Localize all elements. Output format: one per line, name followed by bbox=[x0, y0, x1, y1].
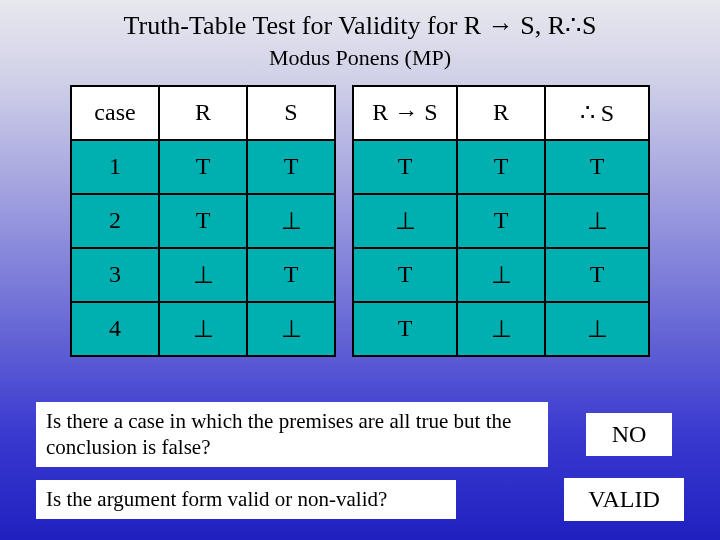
table-row: 2 T ⊥ ⊥ T ⊥ bbox=[71, 194, 649, 248]
cell: T bbox=[247, 140, 335, 194]
cell: ⊥ bbox=[159, 248, 247, 302]
answer-1-text: NO bbox=[586, 413, 672, 456]
answer-2-text: VALID bbox=[564, 478, 684, 521]
slide-title: Truth-Table Test for Validity for R → S,… bbox=[0, 0, 720, 41]
truth-table: case R S R → S R ∴ S 1 T T T T T 2 T ⊥ bbox=[70, 85, 650, 357]
col-header-r: R bbox=[159, 86, 247, 140]
cell: T bbox=[247, 248, 335, 302]
cell: ⊥ bbox=[545, 194, 649, 248]
table-gap bbox=[335, 86, 353, 140]
cell: ⊥ bbox=[457, 302, 545, 356]
table-gap bbox=[335, 194, 353, 248]
table-row: 4 ⊥ ⊥ T ⊥ ⊥ bbox=[71, 302, 649, 356]
col-header-r-implies-s: R → S bbox=[353, 86, 457, 140]
question-2-text: Is the argument form valid or non-valid? bbox=[36, 480, 456, 518]
cell-case: 1 bbox=[71, 140, 159, 194]
cell: T bbox=[545, 248, 649, 302]
table-gap bbox=[335, 140, 353, 194]
question-row-2: Is the argument form valid or non-valid?… bbox=[36, 478, 684, 521]
table-row: 1 T T T T T bbox=[71, 140, 649, 194]
cell: T bbox=[159, 140, 247, 194]
question-row-1: Is there a case in which the premises ar… bbox=[36, 402, 672, 467]
cell: ⊥ bbox=[457, 248, 545, 302]
cell: ⊥ bbox=[159, 302, 247, 356]
col-header-case: case bbox=[71, 86, 159, 140]
cell: T bbox=[353, 140, 457, 194]
table-gap bbox=[335, 248, 353, 302]
col-header-r2: R bbox=[457, 86, 545, 140]
cell: T bbox=[545, 140, 649, 194]
table-row: 3 ⊥ T T ⊥ T bbox=[71, 248, 649, 302]
cell: T bbox=[457, 140, 545, 194]
cell-case: 2 bbox=[71, 194, 159, 248]
cell: ⊥ bbox=[545, 302, 649, 356]
cell: ⊥ bbox=[247, 194, 335, 248]
cell-case: 4 bbox=[71, 302, 159, 356]
cell: ⊥ bbox=[353, 194, 457, 248]
table-header-row: case R S R → S R ∴ S bbox=[71, 86, 649, 140]
cell-case: 3 bbox=[71, 248, 159, 302]
col-header-therefore-s: ∴ S bbox=[545, 86, 649, 140]
cell: T bbox=[457, 194, 545, 248]
cell: T bbox=[159, 194, 247, 248]
cell: T bbox=[353, 248, 457, 302]
cell: ⊥ bbox=[247, 302, 335, 356]
cell: T bbox=[353, 302, 457, 356]
slide-subtitle: Modus Ponens (MP) bbox=[0, 45, 720, 71]
question-1-text: Is there a case in which the premises ar… bbox=[36, 402, 548, 467]
table-gap bbox=[335, 302, 353, 356]
col-header-s: S bbox=[247, 86, 335, 140]
